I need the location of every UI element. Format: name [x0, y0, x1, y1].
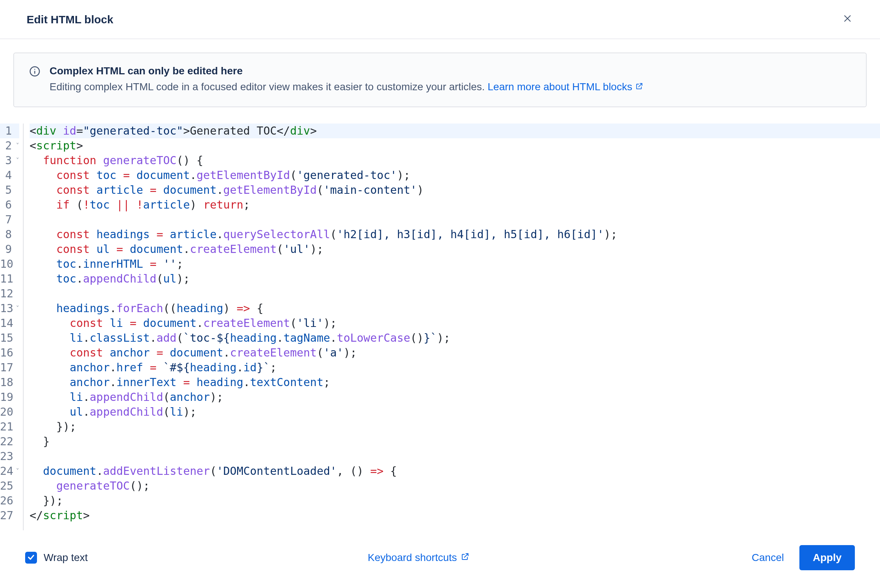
- info-icon: [29, 66, 40, 78]
- code-line[interactable]: ul.appendChild(li);: [30, 405, 880, 419]
- gutter-line: 25: [0, 478, 19, 494]
- keyboard-shortcuts-link[interactable]: Keyboard shortcuts: [368, 552, 469, 564]
- code-line[interactable]: document.addEventListener('DOMContentLoa…: [30, 464, 880, 478]
- code-line[interactable]: [30, 286, 880, 301]
- code-line[interactable]: const anchor = document.createElement('a…: [30, 345, 880, 360]
- gutter-line: 8: [0, 227, 19, 242]
- line-number: 8: [5, 227, 12, 242]
- code-line[interactable]: });: [30, 494, 880, 508]
- fold-icon[interactable]: ˅: [15, 464, 19, 478]
- gutter-line: 23: [0, 449, 19, 464]
- code-editor[interactable]: 12˅3˅45678910111213˅14151617181920212223…: [0, 123, 880, 530]
- code-line[interactable]: anchor.href = `#${heading.id}`;: [30, 360, 880, 375]
- line-number: 12: [0, 286, 13, 301]
- line-number: 19: [0, 390, 13, 405]
- modal-edit-html: Edit HTML block Complex HTML can only be…: [0, 0, 880, 588]
- gutter-line: 20: [0, 405, 19, 419]
- gutter-line: 22: [0, 434, 19, 449]
- line-number: 26: [0, 494, 13, 508]
- footer-buttons: Cancel Apply: [750, 545, 855, 570]
- external-link-icon: [635, 80, 643, 94]
- line-number: 13: [0, 301, 13, 316]
- line-number: 16: [0, 345, 13, 360]
- line-number: 10: [0, 256, 13, 272]
- line-number: 20: [0, 405, 13, 419]
- code-line[interactable]: <script>: [30, 138, 880, 153]
- gutter-line: 15: [0, 331, 19, 345]
- gutter-line: 9: [0, 242, 19, 256]
- line-number: 3: [5, 153, 12, 168]
- code-line[interactable]: });: [30, 419, 880, 434]
- code-line[interactable]: const headings = article.querySelectorAl…: [30, 227, 880, 242]
- code-line[interactable]: }: [30, 434, 880, 449]
- code-line[interactable]: toc.appendChild(ul);: [30, 272, 880, 286]
- fold-icon[interactable]: ˅: [13, 138, 19, 153]
- line-number: 9: [5, 242, 12, 256]
- gutter-line: 14: [0, 316, 19, 331]
- line-number: 23: [0, 449, 13, 464]
- cancel-button[interactable]: Cancel: [750, 551, 786, 564]
- code-line[interactable]: headings.forEach((heading) => {: [30, 301, 880, 316]
- info-banner-body: Complex HTML can only be edited here Edi…: [49, 65, 643, 94]
- code-line[interactable]: li.classList.add(`toc-${heading.tagName.…: [30, 331, 880, 345]
- wrap-text-toggle[interactable]: Wrap text: [25, 552, 88, 564]
- gutter-line: 6: [0, 198, 19, 212]
- line-number: 17: [0, 360, 13, 375]
- line-number: 1: [5, 123, 12, 138]
- close-icon: [843, 14, 852, 26]
- code-line[interactable]: if (!toc || !article) return;: [30, 198, 880, 212]
- gutter-line: 17: [0, 360, 19, 375]
- fold-icon[interactable]: ˅: [15, 301, 19, 316]
- line-number: 15: [0, 331, 13, 345]
- line-number: 11: [0, 272, 13, 286]
- modal-footer: Wrap text Keyboard shortcuts Cancel Appl…: [0, 530, 880, 588]
- fold-icon[interactable]: ˅: [13, 153, 19, 168]
- code-line[interactable]: [30, 449, 880, 464]
- code-line[interactable]: const article = document.getElementById(…: [30, 183, 880, 198]
- gutter-line: 4: [0, 168, 19, 183]
- wrap-text-checkbox[interactable]: [25, 552, 37, 564]
- code-line[interactable]: const toc = document.getElementById('gen…: [30, 168, 880, 183]
- learn-more-link[interactable]: Learn more about HTML blocks: [488, 80, 643, 94]
- code-line[interactable]: generateTOC();: [30, 478, 880, 494]
- editor-code[interactable]: <div id="generated-toc">Generated TOC</d…: [24, 123, 880, 530]
- line-number: 22: [0, 434, 13, 449]
- gutter-line: 1: [0, 123, 19, 138]
- gutter-line: 26: [0, 494, 19, 508]
- gutter-line: 11: [0, 272, 19, 286]
- line-number: 14: [0, 316, 13, 331]
- code-line[interactable]: </script>: [30, 508, 880, 523]
- gutter-line: 5: [0, 183, 19, 198]
- external-link-icon: [461, 552, 469, 564]
- apply-button[interactable]: Apply: [799, 545, 855, 570]
- line-number: 2: [5, 138, 12, 153]
- keyboard-shortcuts-label: Keyboard shortcuts: [368, 552, 457, 564]
- code-line[interactable]: const ul = document.createElement('ul');: [30, 242, 880, 256]
- editor-gutter: 12˅3˅45678910111213˅14151617181920212223…: [0, 123, 24, 530]
- info-banner-title: Complex HTML can only be edited here: [49, 65, 643, 77]
- gutter-line: 19: [0, 390, 19, 405]
- code-line[interactable]: toc.innerHTML = '';: [30, 256, 880, 272]
- line-number: 18: [0, 375, 13, 390]
- code-line[interactable]: anchor.innerText = heading.textContent;: [30, 375, 880, 390]
- line-number: 25: [0, 478, 13, 494]
- code-line[interactable]: const li = document.createElement('li');: [30, 316, 880, 331]
- code-line[interactable]: function generateTOC() {: [30, 153, 880, 168]
- gutter-line: 3˅: [0, 153, 19, 168]
- info-banner-desc: Editing complex HTML code in a focused e…: [49, 80, 643, 94]
- code-line[interactable]: li.appendChild(anchor);: [30, 390, 880, 405]
- line-number: 6: [5, 198, 12, 212]
- close-button[interactable]: [841, 14, 853, 26]
- line-number: 5: [5, 183, 12, 198]
- svg-point-4: [34, 69, 36, 70]
- gutter-line: 16: [0, 345, 19, 360]
- modal-header: Edit HTML block: [0, 0, 880, 39]
- line-number: 21: [0, 419, 13, 434]
- info-banner-wrap: Complex HTML can only be edited here Edi…: [0, 39, 880, 107]
- code-line[interactable]: <div id="generated-toc">Generated TOC</d…: [30, 123, 880, 138]
- code-line[interactable]: [30, 212, 880, 227]
- info-banner-desc-text: Editing complex HTML code in a focused e…: [49, 81, 488, 93]
- line-number: 7: [5, 212, 12, 227]
- gutter-line: 24˅: [0, 464, 19, 478]
- gutter-line: 7: [0, 212, 19, 227]
